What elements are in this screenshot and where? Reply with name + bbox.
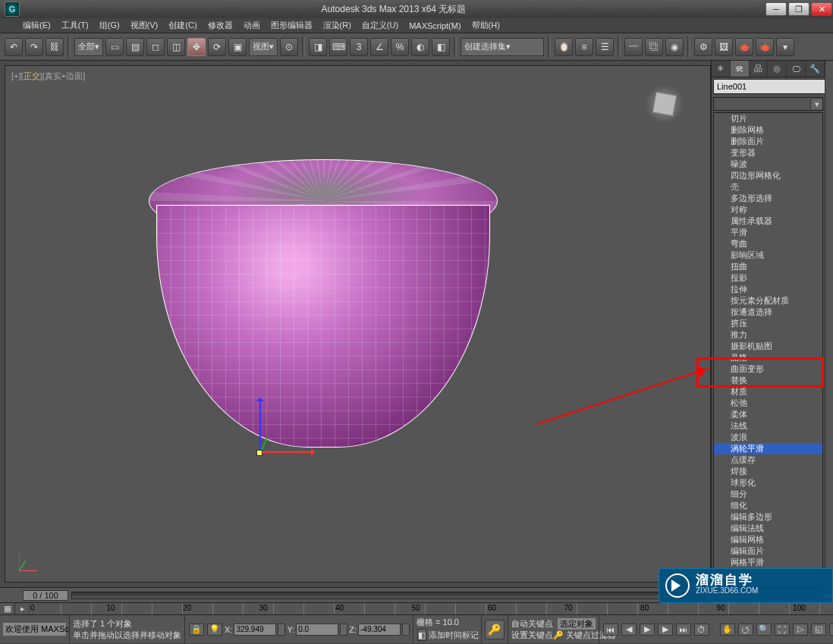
coord-z-field[interactable] bbox=[358, 624, 401, 636]
menu-tools[interactable]: 工具(T) bbox=[61, 20, 89, 31]
viewport[interactable]: [+][正交][真实+边面] bbox=[5, 65, 711, 583]
menu-modifiers[interactable]: 修改器 bbox=[208, 20, 233, 31]
menu-animation[interactable]: 动画 bbox=[244, 20, 260, 31]
close-button[interactable]: ✕ bbox=[811, 2, 832, 16]
modifier-item[interactable]: 删除网格 bbox=[714, 124, 822, 136]
prev-frame-button[interactable]: ◀ bbox=[621, 624, 637, 636]
next-frame-button[interactable]: ▶ bbox=[658, 624, 673, 636]
set-key-lock-icon[interactable]: 🔑 bbox=[485, 620, 505, 639]
view-nav1-button[interactable]: ◲ bbox=[829, 624, 833, 636]
modifier-item[interactable]: 变形器 bbox=[714, 147, 822, 159]
material-editor-button[interactable]: ◉ bbox=[665, 38, 684, 56]
time-config-button[interactable]: ⏱ bbox=[694, 624, 709, 636]
selected-object-dropdown[interactable]: 选定对象 bbox=[558, 618, 596, 630]
modifier-item[interactable]: 替换 bbox=[714, 375, 822, 386]
selection-filter-dropdown[interactable]: 全部 ▾ bbox=[74, 38, 103, 56]
gizmo-x-axis-icon[interactable] bbox=[259, 451, 313, 453]
redo-button[interactable]: ↷ bbox=[25, 38, 43, 56]
modifier-item[interactable]: 扭曲 bbox=[714, 261, 822, 272]
use-pivot-button[interactable]: ⊙ bbox=[280, 38, 298, 56]
modifier-list[interactable]: 切片删除网格删除面片变形器噪波四边形网格化壳多边形选择对称属性承载器平滑弯曲影响… bbox=[713, 112, 823, 587]
keyboard-shortcut-button[interactable]: ⌨ bbox=[329, 38, 347, 56]
coord-z-spinner[interactable] bbox=[402, 624, 410, 636]
gizmo-z-axis-icon[interactable] bbox=[259, 400, 261, 453]
modifier-item[interactable]: 编辑网格 bbox=[714, 534, 822, 545]
render-button[interactable]: 🫖 bbox=[735, 38, 753, 56]
modifier-item[interactable]: 壳 bbox=[714, 181, 822, 193]
coord-x-spinner[interactable] bbox=[278, 624, 285, 636]
rect-select-button[interactable]: ◻ bbox=[146, 38, 165, 56]
set-key-button[interactable]: 设置关键点 bbox=[511, 630, 553, 641]
modifier-item[interactable]: 材质 bbox=[714, 386, 822, 397]
modifier-item[interactable]: 编辑多边形 bbox=[714, 511, 822, 523]
modifier-item[interactable]: 按通道选择 bbox=[714, 306, 822, 318]
modifier-item[interactable]: 松弛 bbox=[714, 397, 822, 409]
goto-end-button[interactable]: ⏭ bbox=[676, 624, 691, 636]
select-by-name-button[interactable]: ▤ bbox=[126, 38, 144, 56]
viewport-label[interactable]: [+][正交][真实+边面] bbox=[11, 71, 85, 82]
panel-scrollbar[interactable] bbox=[825, 61, 833, 587]
modifier-dropdown[interactable]: ▾ bbox=[713, 97, 823, 111]
modifier-item[interactable]: 对称 bbox=[714, 204, 822, 215]
auto-key-button[interactable]: 自动关键点 bbox=[511, 618, 558, 630]
menu-group[interactable]: 组(G) bbox=[99, 20, 120, 31]
modifier-item[interactable]: 柔体 bbox=[714, 409, 822, 420]
maxscript-listener[interactable]: 欢迎使用 MAXSc bbox=[3, 623, 66, 636]
restore-button[interactable]: ❐ bbox=[788, 2, 809, 16]
rotate-button[interactable]: ⟳ bbox=[208, 38, 226, 56]
menu-help[interactable]: 帮助(H) bbox=[472, 20, 500, 31]
modifier-item[interactable]: 细化 bbox=[714, 500, 822, 511]
menu-create[interactable]: 创建(C) bbox=[168, 20, 196, 31]
menu-views[interactable]: 视图(V) bbox=[130, 20, 159, 31]
menu-render[interactable]: 渲染(R) bbox=[323, 20, 351, 31]
motion-tab-icon[interactable]: ◎ bbox=[768, 61, 787, 77]
goto-start-button[interactable]: ⏮ bbox=[603, 624, 618, 636]
coord-y-field[interactable] bbox=[296, 624, 338, 636]
modifier-item[interactable]: 影响区域 bbox=[714, 250, 822, 261]
minimize-button[interactable]: ─ bbox=[765, 2, 787, 16]
time-slider-handle[interactable]: 0 / 100 bbox=[23, 590, 68, 601]
modifier-item[interactable]: 挤压 bbox=[714, 318, 822, 329]
edged-faces-button[interactable]: ◧ bbox=[432, 38, 450, 56]
trackbar-key-icon[interactable]: ▸ bbox=[15, 603, 30, 614]
render-frame-button[interactable]: 🖼 bbox=[715, 38, 733, 56]
render-last-button[interactable]: 🫖 bbox=[756, 38, 774, 56]
named-set-dropdown[interactable]: 创建选择集 ▾ bbox=[461, 38, 544, 56]
modifier-item[interactable]: 曲面变形 bbox=[714, 363, 822, 375]
create-tab-icon[interactable]: ✳ bbox=[712, 61, 731, 77]
angle-snap-button[interactable]: ∠ bbox=[370, 38, 388, 56]
align-button[interactable]: ≡ bbox=[575, 38, 593, 56]
modifier-item[interactable]: 摄影机贴图 bbox=[714, 341, 822, 352]
orbit-view-button[interactable]: ⭯ bbox=[738, 624, 753, 636]
fov-button[interactable]: ▷ bbox=[793, 624, 808, 636]
utilities-tab-icon[interactable]: 🔧 bbox=[806, 61, 825, 77]
display-tab-icon[interactable]: 🖵 bbox=[787, 61, 806, 77]
snap-toggle-button[interactable]: 3 bbox=[350, 38, 368, 56]
pan-view-button[interactable]: ✋ bbox=[720, 624, 735, 636]
modifier-item[interactable]: 拉伸 bbox=[714, 284, 822, 295]
modifier-item[interactable]: 编辑面片 bbox=[714, 545, 822, 557]
vase-mesh[interactable] bbox=[149, 159, 498, 448]
modifier-item[interactable]: 噪波 bbox=[714, 159, 822, 170]
modifier-item[interactable]: 多边形选择 bbox=[714, 193, 822, 204]
coord-x-field[interactable] bbox=[234, 624, 276, 636]
schematic-view-button[interactable]: ⿻ bbox=[645, 38, 663, 56]
select-manipulate-button[interactable]: ◨ bbox=[309, 38, 327, 56]
toolbar-overflow-button[interactable]: ▾ bbox=[776, 38, 794, 56]
modify-tab-icon[interactable]: 🛠 bbox=[731, 61, 750, 77]
modifier-item[interactable]: 焊接 bbox=[714, 466, 822, 477]
add-time-tag[interactable]: 添加时间标记 bbox=[429, 630, 479, 641]
menu-grapheditors[interactable]: 图形编辑器 bbox=[271, 20, 313, 31]
modifier-item[interactable]: 涡轮平滑 bbox=[714, 443, 822, 454]
modifier-item[interactable]: 删除面片 bbox=[714, 136, 822, 147]
window-crossing-button[interactable]: ◫ bbox=[167, 38, 185, 56]
track-bar[interactable]: ▦ ▸ 0102030405060708090100 bbox=[0, 602, 833, 614]
undo-button[interactable]: ↶ bbox=[5, 38, 23, 56]
menu-edit[interactable]: 编辑(E) bbox=[23, 20, 51, 31]
layer-button[interactable]: ☰ bbox=[596, 38, 614, 56]
modifier-item[interactable]: 点缓存 bbox=[714, 454, 822, 466]
spinner-snap-button[interactable]: ◐ bbox=[411, 38, 429, 56]
modifier-item[interactable]: 投影 bbox=[714, 272, 822, 284]
modifier-item[interactable]: 属性承载器 bbox=[714, 215, 822, 227]
modifier-item[interactable]: 网格平滑 bbox=[714, 557, 822, 568]
